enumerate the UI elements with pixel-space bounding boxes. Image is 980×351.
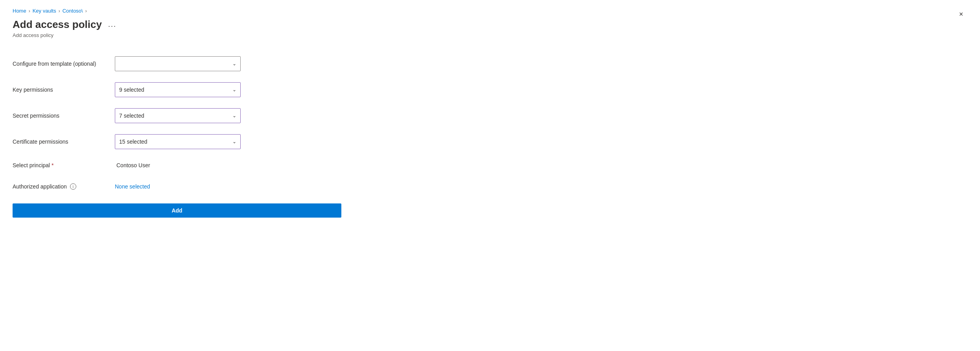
more-options-button[interactable]: ... (106, 20, 119, 30)
configure-template-label: Configure from template (optional) (13, 61, 115, 67)
key-permissions-chevron-icon: ⌄ (232, 87, 236, 92)
breadcrumb-contoso[interactable]: Contoso\ (63, 8, 83, 14)
close-button[interactable]: × (955, 8, 967, 20)
breadcrumb: Home › Key vaults › Contoso\ › (13, 8, 341, 14)
secret-permissions-label: Secret permissions (13, 113, 115, 119)
key-permissions-row: Key permissions 9 selected ⌄ (13, 77, 341, 103)
page-subtitle: Add access policy (13, 32, 341, 38)
secret-permissions-value: 7 selected (119, 113, 144, 119)
secret-permissions-row: Secret permissions 7 selected ⌄ (13, 103, 341, 129)
certificate-permissions-row: Certificate permissions 15 selected ⌄ (13, 129, 341, 155)
select-principal-row: Select principal * Contoso User (13, 155, 341, 176)
authorized-application-link[interactable]: None selected (115, 183, 150, 190)
certificate-permissions-dropdown[interactable]: 15 selected ⌄ (115, 134, 241, 149)
certificate-permissions-chevron-icon: ⌄ (232, 139, 236, 144)
key-permissions-dropdown[interactable]: 9 selected ⌄ (115, 82, 241, 97)
info-icon[interactable]: i (70, 183, 76, 190)
add-button[interactable]: Add (13, 203, 341, 218)
select-principal-label: Select principal * (13, 162, 115, 168)
certificate-permissions-label: Certificate permissions (13, 139, 115, 145)
page-title: Add access policy (13, 18, 102, 31)
secret-permissions-dropdown[interactable]: 7 selected ⌄ (115, 108, 241, 123)
add-access-policy-form: Configure from template (optional) ⌄ Key… (13, 51, 341, 218)
key-permissions-value: 9 selected (119, 87, 144, 93)
breadcrumb-sep-1: › (29, 8, 30, 14)
certificate-permissions-value: 15 selected (119, 139, 147, 145)
breadcrumb-home[interactable]: Home (13, 8, 26, 14)
required-indicator: * (52, 162, 53, 168)
breadcrumb-sep-2: › (59, 8, 60, 14)
authorized-application-row: Authorized application i None selected (13, 176, 341, 197)
authorized-application-label: Authorized application i (13, 183, 115, 190)
configure-template-dropdown[interactable]: ⌄ (115, 56, 241, 71)
breadcrumb-key-vaults[interactable]: Key vaults (33, 8, 56, 14)
configure-template-chevron-icon: ⌄ (232, 61, 236, 67)
close-icon: × (959, 10, 963, 18)
configure-template-row: Configure from template (optional) ⌄ (13, 51, 341, 77)
breadcrumb-sep-3: › (85, 8, 87, 14)
secret-permissions-chevron-icon: ⌄ (232, 113, 236, 118)
principal-value: Contoso User (115, 162, 150, 168)
key-permissions-label: Key permissions (13, 87, 115, 93)
page-header: Add access policy ... (13, 18, 341, 31)
